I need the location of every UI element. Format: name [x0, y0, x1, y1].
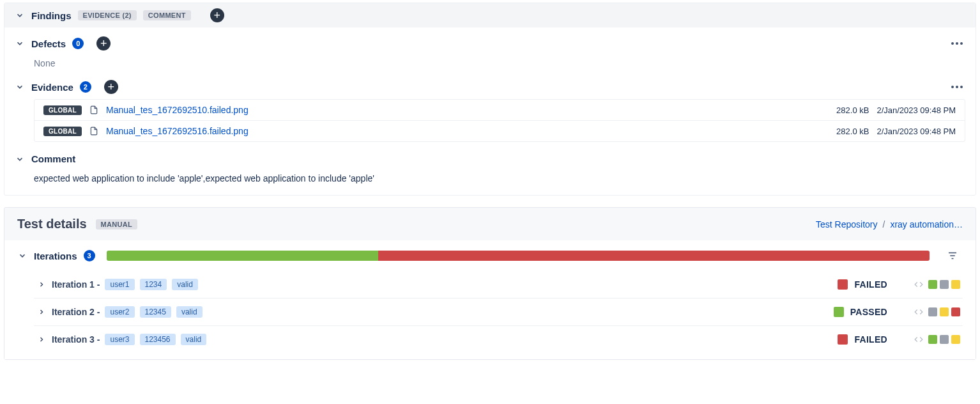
defects-more-menu[interactable] [949, 40, 965, 47]
status-color-box [838, 279, 848, 290]
evidence-row: GLOBAL Manual_tes_1672692516.failed.png … [34, 120, 965, 141]
iteration-status-block: FAILED [838, 279, 960, 290]
iteration-status-chip: FAILED [838, 334, 887, 345]
iteration-label: Iteration 3 - [52, 334, 100, 345]
test-details-header: Test details MANUAL Test Repository / xr… [4, 208, 976, 240]
iteration-action-squares [914, 335, 960, 344]
iteration-status-chip: PASSED [834, 307, 887, 317]
comment-header: Comment [4, 148, 976, 169]
code-icon[interactable] [914, 335, 923, 344]
evidence-more-menu[interactable] [949, 83, 965, 91]
chevron-down-icon[interactable] [15, 82, 25, 92]
test-details-body: Iterations 3 Iteration 1 -user11234valid… [4, 240, 976, 359]
iteration-param-tag: user3 [105, 334, 134, 345]
iteration-row: Iteration 1 -user11234validFAILED [34, 271, 963, 299]
add-defect-button[interactable]: + [96, 36, 111, 50]
evidence-size: 282.0 kB [836, 127, 869, 136]
status-text: FAILED [854, 279, 887, 290]
evidence-date: 2/Jan/2023 09:48 PM [877, 105, 956, 115]
iteration-param-tag: user2 [105, 306, 134, 318]
iteration-param-tag: valid [172, 279, 198, 290]
iterations-title: Iterations [34, 251, 77, 261]
iteration-param-tag: 12345 [140, 306, 171, 318]
iteration-param-tag: 123456 [140, 334, 176, 345]
status-square[interactable] [951, 335, 960, 344]
iteration-param-tag: valid [176, 306, 203, 318]
status-square[interactable] [940, 335, 949, 344]
test-details-panel: Test details MANUAL Test Repository / xr… [4, 207, 976, 360]
test-type-badge: MANUAL [96, 219, 137, 229]
file-icon [89, 126, 98, 136]
iteration-param-tag: valid [181, 334, 207, 345]
iterations-list: Iteration 1 -user11234validFAILEDIterati… [4, 271, 976, 359]
chevron-right-icon[interactable] [36, 334, 47, 345]
comment-title: Comment [31, 153, 75, 164]
progress-fail-segment [378, 251, 930, 261]
iteration-status-block: FAILED [838, 334, 960, 345]
evidence-file-link[interactable]: Manual_tes_1672692516.failed.png [106, 126, 249, 136]
breadcrumb: Test Repository / xray automation… [816, 219, 963, 229]
file-icon [89, 105, 98, 115]
breadcrumb-path-link[interactable]: xray automation… [890, 219, 963, 229]
progress-pass-segment [107, 251, 378, 261]
status-square[interactable] [928, 307, 937, 316]
iteration-status-chip: FAILED [838, 279, 887, 290]
evidence-list: GLOBAL Manual_tes_1672692510.failed.png … [34, 99, 965, 142]
defects-none-text: None [4, 56, 976, 75]
iteration-action-squares [914, 280, 960, 289]
code-icon[interactable] [914, 280, 923, 289]
iterations-progress-bar [107, 251, 930, 261]
add-finding-button[interactable]: + [210, 8, 224, 22]
status-square[interactable] [940, 307, 949, 316]
evidence-header: Evidence 2 + [4, 75, 976, 99]
status-color-box [834, 307, 844, 317]
iteration-row: Iteration 2 -user212345validPASSED [34, 299, 963, 326]
defects-count-badge: 0 [72, 38, 84, 49]
iterations-header: Iterations 3 [4, 240, 976, 271]
status-text: PASSED [850, 307, 887, 317]
evidence-count-badge: 2 [80, 81, 91, 93]
defects-header: Defects 0 + [4, 27, 976, 56]
status-square[interactable] [951, 307, 960, 316]
chevron-down-icon[interactable] [17, 251, 27, 261]
evidence-title: Evidence [31, 82, 73, 93]
evidence-date: 2/Jan/2023 09:48 PM [877, 127, 956, 136]
comment-text: expected web application to include 'app… [4, 169, 976, 195]
evidence-scope-badge: GLOBAL [43, 105, 82, 115]
iteration-label: Iteration 1 - [52, 279, 100, 290]
defects-title: Defects [31, 38, 66, 49]
chevron-right-icon[interactable] [36, 279, 47, 290]
breadcrumb-repo-link[interactable]: Test Repository [816, 219, 877, 229]
findings-header: Findings EVIDENCE (2) COMMENT + [4, 3, 976, 27]
findings-comment-tag[interactable]: COMMENT [143, 10, 191, 20]
evidence-file-link[interactable]: Manual_tes_1672692510.failed.png [106, 105, 249, 115]
iteration-row: Iteration 3 -user3123456validFAILED [34, 326, 963, 353]
status-square[interactable] [940, 280, 949, 289]
add-evidence-button[interactable]: + [104, 80, 118, 94]
iteration-status-block: PASSED [834, 307, 960, 317]
iteration-label: Iteration 2 - [52, 307, 100, 317]
evidence-scope-badge: GLOBAL [43, 127, 82, 136]
chevron-down-icon[interactable] [15, 10, 25, 20]
evidence-row: GLOBAL Manual_tes_1672692510.failed.png … [34, 100, 965, 120]
findings-evidence-tag[interactable]: EVIDENCE (2) [78, 10, 137, 20]
iterations-count-badge: 3 [84, 250, 95, 261]
status-square[interactable] [928, 280, 937, 289]
chevron-right-icon[interactable] [36, 307, 47, 317]
status-text: FAILED [854, 334, 887, 345]
iteration-action-squares [914, 307, 960, 316]
code-icon[interactable] [914, 307, 923, 316]
chevron-down-icon[interactable] [15, 154, 25, 164]
findings-title: Findings [31, 10, 72, 21]
breadcrumb-separator: / [883, 219, 885, 229]
evidence-size: 282.0 kB [836, 105, 869, 115]
status-square[interactable] [928, 335, 937, 344]
iteration-param-tag: user1 [105, 279, 134, 290]
chevron-down-icon[interactable] [15, 38, 25, 49]
status-square[interactable] [951, 280, 960, 289]
filter-icon[interactable] [942, 245, 963, 266]
iteration-param-tag: 1234 [140, 279, 167, 290]
status-color-box [838, 334, 848, 345]
findings-panel: Findings EVIDENCE (2) COMMENT + Defects … [4, 3, 976, 196]
test-details-title: Test details [17, 217, 87, 231]
